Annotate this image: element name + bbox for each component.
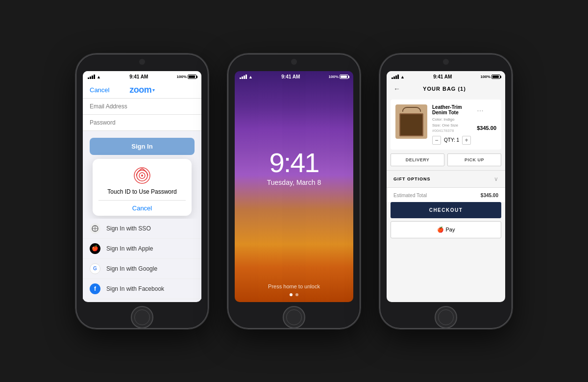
bag-nav: ← YOUR BAG (1) <box>387 82 505 96</box>
signal-icons-shop: ▲ <box>392 75 405 79</box>
signin-button[interactable]: Sign In <box>90 138 195 155</box>
sso-label: Sign In with SSO <box>106 225 151 232</box>
touchid-popup: Touch ID to Use Password Cancel <box>93 159 192 216</box>
applepay-button[interactable]: 🍎 Pay <box>391 221 501 238</box>
estimated-price: $345.00 <box>481 193 498 198</box>
status-time-shop: 9:41 AM <box>433 74 452 79</box>
touchid-text: Touch ID to Use Password <box>98 188 186 195</box>
wifi-icon-lock: ▲ <box>248 75 253 79</box>
dot-1 <box>290 293 293 296</box>
page-dots <box>290 293 298 296</box>
zoom-screen: ▲ 9:41 AM 100% Cancel zoom ▾ Sig <box>83 71 201 302</box>
estimated-total-row: Estimated Total $345.00 <box>387 188 505 202</box>
password-field[interactable] <box>83 115 201 131</box>
email-field[interactable] <box>83 99 201 115</box>
phone-notch <box>139 59 145 65</box>
home-button-2[interactable] <box>283 306 305 329</box>
gift-chevron-icon: ∨ <box>494 176 498 182</box>
signal-icons-lock: ▲ <box>240 75 253 79</box>
bag-back-button[interactable]: ← <box>393 85 400 93</box>
bag-item-size: Size: One Size <box>432 123 472 128</box>
status-bar-lock: ▲ 9:41 AM 100% <box>235 71 353 82</box>
facebook-label: Sign In with Facebook <box>106 285 164 292</box>
signal-icon <box>88 75 95 79</box>
gift-options-row[interactable]: GIFT OPTIONS ∨ <box>387 170 505 188</box>
sso-signin-button[interactable]: Sign In with SSO <box>83 219 201 239</box>
wifi-icon-shop: ▲ <box>400 75 405 79</box>
sso-icon <box>90 223 100 234</box>
zoom-logo: zoom <box>129 85 151 95</box>
battery-percent: 100% <box>177 75 187 79</box>
delivery-button[interactable]: DELIVERY <box>391 153 444 166</box>
dot-2 <box>295 293 298 296</box>
estimated-label: Estimated Total <box>393 193 427 198</box>
lock-screen-content: 9:41 Tuesday, March 8 <box>235 82 353 283</box>
lock-bottom: Press home to unlock <box>235 283 353 302</box>
bag-item-id: #004178378 <box>432 128 472 133</box>
battery-percent-lock: 100% <box>329 75 339 79</box>
zoom-login-form <box>83 99 201 131</box>
bag-item-qty: − QTY: 1 + <box>432 136 472 145</box>
google-icon: G <box>90 263 100 274</box>
apple-icon: 🍎 <box>90 243 100 254</box>
checkout-button[interactable]: CHECKOUT <box>391 202 501 218</box>
status-bar-zoom: ▲ 9:41 AM 100% <box>83 71 201 82</box>
battery-icon: 100% <box>177 75 196 79</box>
press-home-text: Press home to unlock <box>268 283 320 289</box>
qty-decrease-button[interactable]: − <box>432 136 441 145</box>
bag-item-name: Leather-Trim Denim Tote <box>432 104 472 115</box>
apple-label: Sign In with Apple <box>106 245 153 252</box>
bag-item-price: $345.00 <box>477 125 496 131</box>
apple-pay-logo-icon: 🍎 <box>437 227 444 233</box>
pickup-button[interactable]: PICK UP <box>447 153 501 166</box>
phone-zoom: ▲ 9:41 AM 100% Cancel zoom ▾ Sig <box>76 54 208 329</box>
phone-lockscreen: ▲ 9:41 AM 100% 9:41 Tuesday, March 8 Pre… <box>228 54 360 329</box>
bag-item-color: Color: Indigo <box>432 117 472 123</box>
signal-icon-lock <box>240 75 247 79</box>
home-button[interactable] <box>131 306 153 329</box>
zoom-cancel-button[interactable]: Cancel <box>90 86 109 94</box>
battery-icon-shop: 100% <box>481 75 500 79</box>
zoom-nav: Cancel zoom ▾ <box>83 82 201 99</box>
battery-icon-lock: 100% <box>329 75 348 79</box>
lock-screen: ▲ 9:41 AM 100% 9:41 Tuesday, March 8 Pre… <box>235 71 353 302</box>
status-time: 9:41 AM <box>129 74 148 79</box>
google-label: Sign In with Google <box>106 265 157 272</box>
bag-item-info: Leather-Trim Denim Tote Color: Indigo Si… <box>432 104 472 145</box>
touchid-icon <box>133 167 151 184</box>
lock-time: 9:41 <box>270 149 319 177</box>
applepay-label: Pay <box>446 227 455 232</box>
shopping-screen: ▲ 9:41 AM 100% ← YOUR BAG (1) Leather-Tr… <box>387 71 505 302</box>
battery-percent-shop: 100% <box>481 75 490 79</box>
home-button-3[interactable] <box>435 306 457 329</box>
gift-options-label: GIFT OPTIONS <box>393 177 431 181</box>
facebook-icon: f <box>90 283 100 294</box>
bag-item-more-button[interactable]: ... <box>477 104 483 113</box>
touchid-cancel-button[interactable]: Cancel <box>98 200 186 216</box>
bag-title: YOUR BAG (1) <box>423 86 466 92</box>
delivery-options: DELIVERY PICK UP <box>391 153 501 166</box>
qty-value: QTY: 1 <box>444 137 459 143</box>
bag-item-image <box>395 104 427 139</box>
apple-signin-button[interactable]: 🍎 Sign In with Apple <box>83 239 201 259</box>
status-time-lock: 9:41 AM <box>281 74 300 79</box>
google-signin-button[interactable]: G Sign In with Google <box>83 259 201 279</box>
status-bar-shop: ▲ 9:41 AM 100% <box>387 71 505 82</box>
signal-icons: ▲ <box>88 75 101 79</box>
phone-notch-3 <box>443 59 449 65</box>
signal-icon-shop <box>392 75 399 79</box>
facebook-signin-button[interactable]: f Sign In with Facebook <box>83 279 201 299</box>
svg-point-3 <box>141 175 143 177</box>
phone-shopping: ▲ 9:41 AM 100% ← YOUR BAG (1) Leather-Tr… <box>380 54 512 329</box>
lock-date: Tuesday, March 8 <box>267 178 321 186</box>
phone-notch-2 <box>291 59 297 65</box>
zoom-dropdown-icon[interactable]: ▾ <box>152 87 155 93</box>
qty-increase-button[interactable]: + <box>462 136 471 145</box>
bag-item-card: Leather-Trim Denim Tote Color: Indigo Si… <box>391 100 501 150</box>
wifi-icon: ▲ <box>97 75 101 79</box>
